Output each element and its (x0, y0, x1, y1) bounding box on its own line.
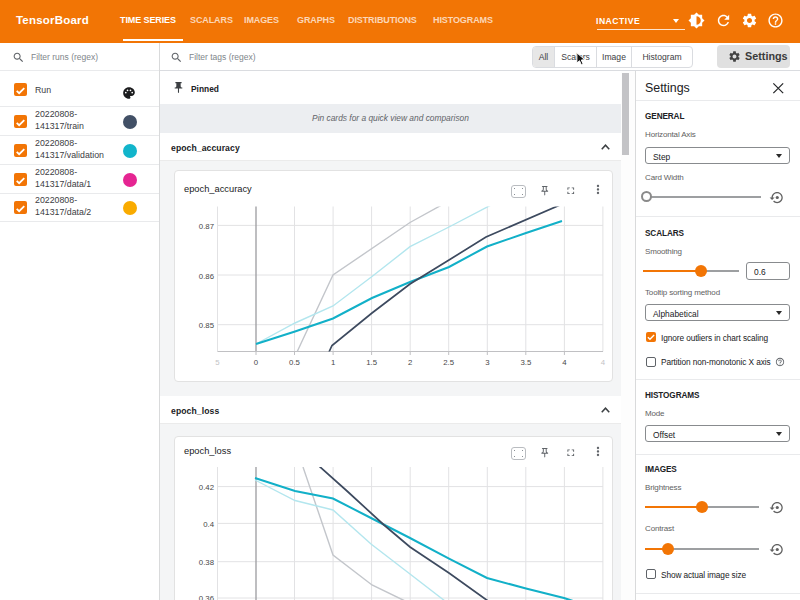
svg-text:0: 0 (254, 358, 259, 367)
svg-text:0.36: 0.36 (199, 594, 214, 600)
svg-text:0.85: 0.85 (199, 321, 215, 330)
svg-text:3: 3 (485, 358, 489, 367)
svg-text:0.42: 0.42 (199, 483, 214, 492)
svg-text:3.5: 3.5 (520, 358, 532, 367)
svg-text:0.4: 0.4 (203, 520, 215, 529)
svg-text:4: 4 (562, 358, 567, 367)
svg-text:0.87: 0.87 (199, 222, 214, 231)
svg-text:2: 2 (408, 358, 412, 367)
svg-text:2.5: 2.5 (443, 358, 455, 367)
svg-text:5: 5 (215, 358, 220, 367)
svg-text:0.5: 0.5 (289, 358, 301, 367)
svg-text:0.38: 0.38 (199, 558, 214, 567)
svg-text:1: 1 (331, 358, 335, 367)
svg-text:1.5: 1.5 (366, 358, 378, 367)
svg-text:4: 4 (601, 358, 606, 367)
svg-text:0.86: 0.86 (199, 272, 214, 281)
